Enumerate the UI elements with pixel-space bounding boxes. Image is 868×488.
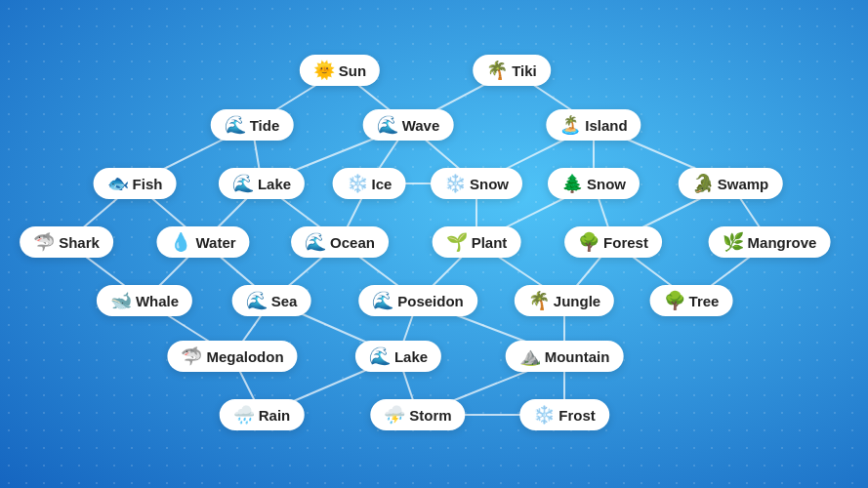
node-mangrove: 🌿Mangrove: [709, 226, 831, 258]
node-snow1: ❄️Snow: [431, 168, 522, 199]
icon-poseidon: 🌊: [372, 290, 393, 311]
label-tree: Tree: [689, 293, 720, 309]
label-ice: Ice: [372, 176, 393, 192]
icon-plant: 🌱: [446, 231, 468, 253]
icon-lake1: 🌊: [232, 173, 254, 194]
node-island: 🏝️Island: [546, 109, 641, 141]
icon-sun: 🌞: [313, 60, 335, 81]
node-ocean: 🌊Ocean: [291, 226, 389, 258]
node-sun: 🌞Sun: [300, 55, 380, 86]
label-frost: Frost: [558, 407, 596, 424]
label-tiki: Tiki: [512, 62, 537, 79]
label-shark: Shark: [59, 234, 100, 251]
icon-jungle: 🌴: [528, 290, 550, 311]
icon-mangrove: 🌿: [723, 231, 744, 253]
icon-storm: ⛈️: [384, 404, 405, 426]
label-ocean: Ocean: [330, 234, 375, 251]
node-water: 💧Water: [156, 226, 249, 258]
icon-sea: 🌊: [246, 290, 268, 311]
icon-tide: 🌊: [225, 114, 246, 136]
label-jungle: Jungle: [554, 293, 600, 309]
node-jungle: 🌴Jungle: [515, 285, 614, 316]
node-rain: 🌧️Rain: [220, 399, 305, 430]
icon-tiki: 🌴: [486, 60, 508, 81]
node-mountain: ⛰️Mountain: [506, 341, 624, 372]
node-tree: 🌳Tree: [650, 285, 733, 316]
label-tide: Tide: [250, 117, 280, 134]
node-fish: 🐟Fish: [94, 168, 177, 199]
label-storm: Storm: [409, 407, 451, 424]
label-wave: Wave: [402, 117, 440, 134]
icon-fish: 🐟: [107, 173, 129, 194]
node-plant: 🌱Plant: [433, 226, 521, 258]
icon-shark: 🦈: [33, 231, 55, 253]
label-poseidon: Poseidon: [397, 293, 464, 309]
label-mangrove: Mangrove: [748, 234, 817, 251]
icon-frost: ❄️: [533, 404, 555, 426]
label-snow1: Snow: [470, 176, 509, 192]
icon-snow1: ❄️: [444, 173, 466, 194]
node-tide: 🌊Tide: [211, 109, 294, 141]
icon-swamp: 🐊: [692, 173, 714, 194]
node-wave: 🌊Wave: [363, 109, 454, 141]
icon-snow2: 🌲: [561, 173, 583, 194]
icon-wave: 🌊: [377, 114, 398, 136]
icon-island: 🏝️: [559, 114, 581, 136]
label-snow2: Snow: [587, 176, 626, 192]
icon-megalodon: 🦈: [181, 346, 202, 367]
label-rain: Rain: [259, 407, 291, 424]
icon-forest: 🌳: [578, 231, 599, 253]
label-swamp: Swamp: [718, 176, 769, 192]
label-plant: Plant: [472, 234, 508, 251]
icon-ice: ❄️: [347, 173, 368, 194]
node-ice: ❄️Ice: [333, 168, 406, 199]
label-mountain: Mountain: [545, 348, 610, 365]
icon-whale: 🐋: [110, 290, 132, 311]
icon-mountain: ⛰️: [519, 346, 541, 367]
node-shark: 🦈Shark: [20, 226, 113, 258]
label-island: Island: [585, 117, 627, 134]
node-sea: 🌊Sea: [232, 285, 311, 316]
label-forest: Forest: [603, 234, 648, 251]
icon-ocean: 🌊: [305, 231, 326, 253]
icon-tree: 🌳: [664, 290, 685, 311]
label-water: Water: [195, 234, 235, 251]
icon-water: 💧: [170, 231, 191, 253]
node-whale: 🐋Whale: [97, 285, 192, 316]
label-whale: Whale: [136, 293, 179, 309]
node-storm: ⛈️Storm: [370, 399, 465, 430]
node-poseidon: 🌊Poseidon: [358, 285, 477, 316]
label-megalodon: Megalodon: [206, 348, 283, 365]
node-tiki: 🌴Tiki: [473, 55, 551, 86]
icon-rain: 🌧️: [233, 404, 255, 426]
node-megalodon: 🦈Megalodon: [167, 341, 297, 372]
node-lake2: 🌊Lake: [355, 341, 441, 372]
label-sun: Sun: [339, 62, 366, 79]
icon-lake2: 🌊: [369, 346, 391, 367]
node-forest: 🌳Forest: [564, 226, 662, 258]
label-lake2: Lake: [394, 348, 428, 365]
node-lake1: 🌊Lake: [219, 168, 305, 199]
label-lake1: Lake: [258, 176, 291, 192]
label-fish: Fish: [133, 176, 163, 192]
node-swamp: 🐊Swamp: [679, 168, 783, 199]
node-frost: ❄️Frost: [519, 399, 609, 430]
label-sea: Sea: [271, 293, 298, 309]
node-snow2: 🌲Snow: [548, 168, 640, 199]
